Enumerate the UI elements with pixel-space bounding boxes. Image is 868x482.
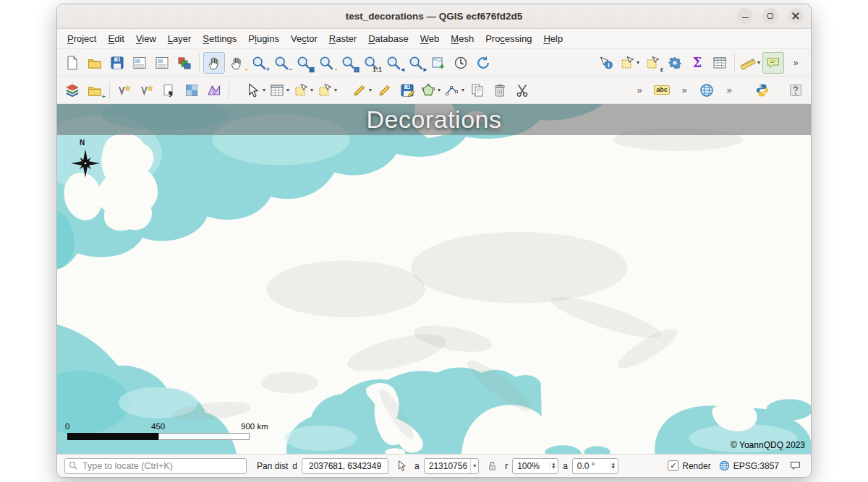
qgis-window: test_decorations — QGIS ecf676fd2d5 Proj… — [56, 4, 812, 478]
zoom-last[interactable]: ◂ — [383, 52, 404, 74]
zoom-out[interactable]: − — [271, 52, 292, 74]
new-project[interactable] — [61, 52, 83, 74]
checkbox-box[interactable]: ✓ — [668, 460, 678, 471]
pan-to-selection[interactable]: ▪ — [226, 52, 247, 74]
close-button[interactable] — [788, 8, 804, 24]
pan-map[interactable] — [203, 52, 225, 74]
digitizing-overflow[interactable]: » — [629, 79, 650, 101]
coordinate-input[interactable] — [302, 458, 388, 474]
toolbar-overflow[interactable]: » — [785, 52, 807, 74]
toolbar-separator — [199, 54, 200, 72]
menu-mesh[interactable]: Mesh — [445, 31, 480, 46]
render-checkbox[interactable]: ✓ Render — [668, 460, 710, 471]
vertex-tool[interactable]: ▾ — [443, 79, 466, 101]
spinner-arrows[interactable]: ▴ ▾ — [610, 462, 616, 470]
map-canvas[interactable]: Decorations N 0 450 900 km © YoannQDQ 20… — [57, 104, 811, 454]
zoom-native[interactable]: 1:1 — [360, 52, 382, 74]
messages-button[interactable] — [786, 457, 804, 475]
menu-database[interactable]: Database — [362, 31, 414, 46]
scale-label: a — [414, 461, 420, 471]
select-icon — [293, 82, 309, 98]
save-layer-edits[interactable] — [396, 79, 418, 101]
toggle-editing[interactable] — [374, 79, 396, 101]
scale-combo[interactable]: 21310756 ▾ — [424, 458, 479, 474]
new-print-layout[interactable] — [129, 52, 150, 74]
menu-processing[interactable]: Processing — [480, 31, 537, 46]
identify-features[interactable] — [595, 52, 617, 74]
current-edits[interactable]: ▾ — [350, 79, 373, 101]
processing-toolbox[interactable] — [664, 52, 686, 74]
digitizing-overflow-glyph: » — [637, 85, 642, 95]
select-by-expression[interactable]: ε — [642, 52, 663, 74]
zoom-next[interactable]: ▸ — [405, 52, 427, 74]
refresh-map[interactable] — [472, 52, 494, 74]
menu-edit[interactable]: Edit — [102, 31, 129, 46]
spinner-arrows[interactable]: ▴ ▾ — [550, 462, 556, 470]
metasearch[interactable] — [696, 79, 718, 101]
menu-settings[interactable]: Settings — [197, 31, 242, 46]
add-polygon-feature[interactable]: ▾ — [419, 79, 442, 101]
open-attribute-table[interactable] — [709, 52, 731, 74]
map-tips[interactable] — [762, 52, 784, 74]
label-toolbar[interactable]: abc — [651, 79, 673, 101]
locator-input[interactable] — [81, 460, 243, 472]
scissors-icon — [514, 82, 530, 98]
menu-view[interactable]: View — [130, 31, 162, 46]
maximize-button[interactable] — [762, 8, 778, 24]
select-features[interactable]: ▾ — [618, 52, 641, 74]
folder-icon — [87, 82, 103, 98]
style-manager[interactable] — [174, 52, 195, 74]
locator-box[interactable] — [64, 458, 247, 474]
gear-icon — [667, 55, 683, 71]
add-delimited-text-layer[interactable] — [158, 79, 180, 101]
deselect-features[interactable]: ▾ — [315, 79, 339, 101]
menu-help[interactable]: Help — [537, 31, 569, 46]
raster-calculator[interactable] — [181, 79, 203, 101]
save-project[interactable] — [106, 52, 128, 74]
plugins-overflow[interactable]: » — [718, 79, 740, 101]
extent-pointer-button[interactable] — [393, 457, 410, 475]
statistics-panel[interactable]: Σ — [686, 52, 708, 74]
select-by-value[interactable]: ▾ — [292, 79, 315, 101]
zoom-to-layer[interactable]: ▤ — [338, 52, 359, 74]
help-contents[interactable] — [785, 79, 807, 101]
data-source-manager[interactable] — [61, 79, 83, 101]
title-bar[interactable]: test_decorations — QGIS ecf676fd2d5 — [57, 4, 811, 29]
measure-line[interactable]: ▾ — [739, 52, 762, 74]
new-map-view[interactable] — [427, 52, 449, 74]
zoom-to-selection[interactable]: ▪ — [315, 52, 337, 74]
minimize-button[interactable] — [737, 8, 753, 24]
show-layout-manager[interactable] — [151, 52, 173, 74]
modify-attributes[interactable] — [467, 79, 488, 101]
floppypencil-icon — [399, 82, 415, 98]
add-layer-menu[interactable]: + — [84, 79, 106, 101]
temporal-controller[interactable] — [450, 52, 472, 74]
lock-scale-button[interactable] — [483, 457, 501, 475]
magnifier-spinbox[interactable]: 100% ▴ ▾ — [512, 458, 558, 474]
menu-raster[interactable]: Raster — [323, 31, 362, 46]
spin-down-icon[interactable]: ▾ — [612, 466, 615, 470]
spin-down-icon[interactable]: ▾ — [552, 466, 555, 470]
coordinate-label: d — [292, 461, 297, 471]
search-icon — [68, 460, 79, 471]
cut-features[interactable] — [511, 79, 533, 101]
menu-layer[interactable]: Layer — [162, 31, 197, 46]
filter-features[interactable]: ▾ — [268, 79, 291, 101]
select-features-menu[interactable]: ▾ — [244, 79, 267, 101]
open-project[interactable] — [84, 52, 106, 74]
delete-selected[interactable] — [489, 79, 511, 101]
mesh-calculator[interactable] — [203, 79, 225, 101]
menu-project[interactable]: Project — [61, 31, 102, 46]
label-overflow[interactable]: » — [673, 79, 695, 101]
new-geopackage-layer[interactable] — [136, 79, 158, 101]
zoom-full-extent[interactable]: ▣ — [293, 52, 315, 74]
menu-plugins[interactable]: Plugins — [242, 31, 285, 46]
crs-button[interactable]: EPSG:3857 — [715, 460, 782, 472]
python-console[interactable] — [752, 79, 773, 101]
zoom-in[interactable]: + — [248, 52, 270, 74]
menu-vector[interactable]: Vector — [285, 31, 323, 46]
new-shapefile-layer[interactable] — [114, 79, 135, 101]
north-arrow: N — [69, 139, 108, 184]
rotation-spinbox[interactable]: 0.0 ° ▴ ▾ — [572, 458, 618, 474]
menu-web[interactable]: Web — [414, 31, 446, 46]
